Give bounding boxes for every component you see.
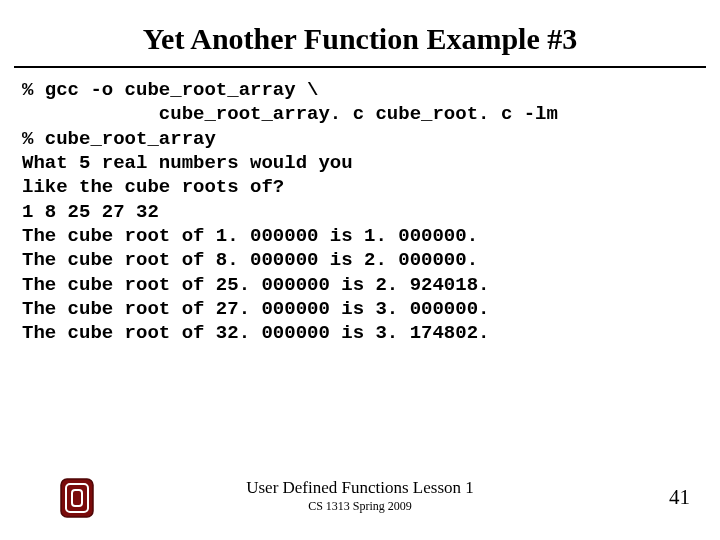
footer-line1: User Defined Functions Lesson 1 bbox=[0, 478, 720, 498]
title-rule bbox=[14, 66, 706, 68]
slide: Yet Another Function Example #3 % gcc -o… bbox=[0, 0, 720, 540]
footer-line2: CS 1313 Spring 2009 bbox=[0, 499, 720, 514]
slide-title: Yet Another Function Example #3 bbox=[0, 0, 720, 66]
footer: User Defined Functions Lesson 1 CS 1313 … bbox=[0, 478, 720, 514]
terminal-output: % gcc -o cube_root_array \ cube_root_arr… bbox=[0, 76, 720, 345]
page-number: 41 bbox=[669, 485, 690, 510]
